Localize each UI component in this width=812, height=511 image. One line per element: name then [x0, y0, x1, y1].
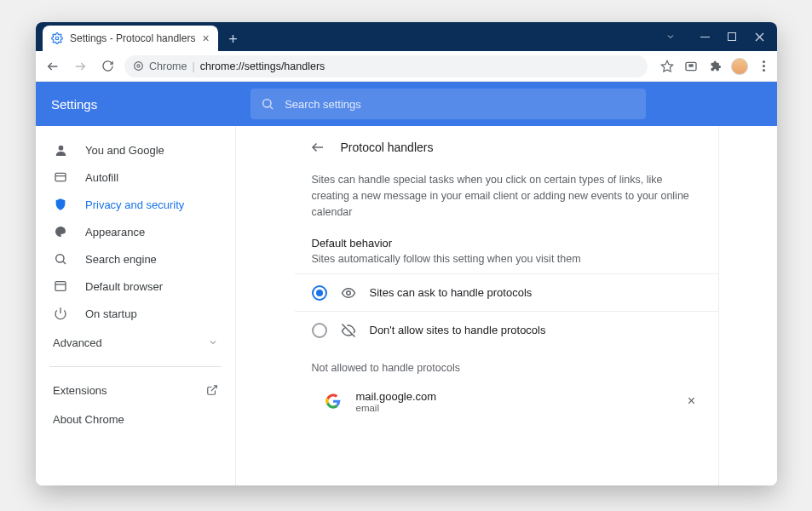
- sidebar-item-label: On startup: [85, 307, 137, 320]
- new-tab-button[interactable]: +: [223, 29, 244, 49]
- search-input[interactable]: Search settings: [251, 89, 646, 119]
- chevron-down-icon[interactable]: [658, 25, 683, 49]
- sidebar-item-label: Autofill: [85, 171, 118, 184]
- content: Protocol handlers Sites can handle speci…: [295, 126, 719, 485]
- sidebar-item-search-engine[interactable]: Search engine: [36, 245, 235, 273]
- site-protocol: email: [356, 403, 669, 413]
- forward-button[interactable]: [70, 56, 90, 77]
- sidebar: You and Google Autofill Privacy and secu…: [36, 126, 235, 485]
- window-controls: [658, 22, 772, 51]
- page-header: Protocol handlers: [295, 126, 718, 169]
- option-allow-handlers[interactable]: Sites can ask to handle protocols: [295, 273, 718, 311]
- svg-rect-19: [55, 282, 66, 291]
- star-icon[interactable]: [659, 59, 675, 74]
- omnibox-scheme: Chrome: [149, 60, 187, 72]
- kebab-menu-icon[interactable]: [757, 59, 770, 74]
- power-icon: [53, 306, 68, 321]
- gear-icon: [51, 32, 63, 44]
- page-title: Protocol handlers: [341, 141, 434, 154]
- external-link-icon: [206, 384, 218, 396]
- svg-point-14: [58, 145, 63, 150]
- divider: [49, 366, 222, 367]
- svg-point-0: [55, 37, 59, 40]
- svg-point-7: [135, 62, 143, 71]
- blocked-site-row: mail.google.com email ×: [295, 381, 718, 422]
- tab-title: Settings - Protocol handlers: [70, 32, 195, 44]
- sidebar-advanced-toggle[interactable]: Advanced: [36, 327, 235, 358]
- remove-site-button[interactable]: ×: [682, 392, 701, 411]
- close-window-button[interactable]: [746, 25, 772, 49]
- svg-point-24: [346, 291, 350, 296]
- titlebar: Settings - Protocol handlers × +: [36, 22, 777, 51]
- page-description: Sites can handle special tasks when you …: [295, 169, 718, 233]
- sidebar-item-autofill[interactable]: Autofill: [36, 164, 235, 191]
- browser-window: Settings - Protocol handlers × +: [36, 22, 777, 485]
- settings-app-title: Settings: [51, 97, 97, 112]
- svg-rect-1: [700, 37, 710, 37]
- browser-icon: [53, 278, 68, 294]
- eye-off-icon: [341, 323, 356, 338]
- search-placeholder: Search settings: [285, 98, 361, 111]
- sidebar-item-on-startup[interactable]: On startup: [36, 300, 235, 327]
- option-label: Don't allow sites to handle protocols: [370, 324, 546, 336]
- sidebar-item-extensions[interactable]: Extensions: [36, 376, 235, 405]
- blocked-heading: Not allowed to handle protocols: [295, 348, 718, 381]
- reload-button[interactable]: [97, 56, 118, 77]
- chevron-down-icon: [208, 337, 218, 347]
- browser-tab[interactable]: Settings - Protocol handlers ×: [43, 26, 218, 51]
- sidebar-item-about-chrome[interactable]: About Chrome: [36, 405, 235, 433]
- eye-icon: [341, 285, 356, 301]
- extensions-label: Extensions: [53, 384, 107, 397]
- advanced-label: Advanced: [53, 336, 102, 349]
- default-behavior-heading: Default behavior: [295, 233, 718, 251]
- svg-point-12: [263, 100, 271, 107]
- svg-line-13: [270, 106, 273, 109]
- page-back-button[interactable]: [308, 138, 327, 157]
- sidebar-item-label: Privacy and security: [85, 198, 184, 211]
- option-label: Sites can ask to handle protocols: [370, 286, 533, 299]
- radio-unchecked[interactable]: [312, 323, 327, 338]
- minimize-button[interactable]: [692, 25, 717, 49]
- close-icon[interactable]: ×: [202, 32, 209, 45]
- search-icon: [53, 251, 68, 267]
- sidebar-item-label: Default browser: [85, 280, 163, 293]
- svg-marker-9: [661, 60, 672, 72]
- palette-icon: [53, 224, 68, 239]
- svg-line-22: [211, 386, 216, 391]
- sidebar-item-privacy-and-security[interactable]: Privacy and security: [36, 191, 235, 218]
- settings-body: You and Google Autofill Privacy and secu…: [36, 126, 777, 485]
- omnibox[interactable]: Chrome | chrome://settings/handlers: [124, 55, 648, 78]
- chrome-icon: [133, 60, 144, 72]
- svg-rect-15: [55, 173, 66, 181]
- site-name: mail.google.com: [356, 390, 669, 403]
- sidebar-item-label: Appearance: [85, 226, 145, 238]
- svg-point-17: [56, 255, 64, 262]
- cast-icon[interactable]: [683, 59, 699, 74]
- address-bar: Chrome | chrome://settings/handlers: [36, 51, 777, 82]
- avatar[interactable]: [731, 58, 748, 75]
- sidebar-item-label: Search engine: [85, 253, 157, 266]
- sidebar-item-label: You and Google: [85, 144, 164, 157]
- svg-point-8: [137, 65, 140, 67]
- sidebar-item-default-browser[interactable]: Default browser: [36, 273, 235, 300]
- svg-rect-11: [688, 64, 693, 66]
- search-icon: [261, 97, 274, 111]
- autofill-icon: [53, 169, 68, 185]
- google-icon: [324, 392, 343, 411]
- maximize-button[interactable]: [719, 25, 745, 49]
- about-label: About Chrome: [53, 413, 124, 426]
- omnibox-url: chrome://settings/handlers: [200, 60, 325, 72]
- radio-checked[interactable]: [312, 285, 327, 301]
- shield-icon: [53, 197, 68, 212]
- sidebar-item-you-and-google[interactable]: You and Google: [36, 136, 235, 164]
- svg-rect-2: [728, 33, 736, 41]
- default-behavior-sub: Sites automatically follow this setting …: [295, 251, 718, 273]
- settings-header: Settings Search settings: [36, 82, 777, 126]
- extensions-icon[interactable]: [707, 59, 723, 74]
- content-wrap: Protocol handlers Sites can handle speci…: [235, 126, 777, 485]
- svg-line-18: [63, 261, 66, 264]
- option-block-handlers[interactable]: Don't allow sites to handle protocols: [295, 311, 718, 348]
- sidebar-item-appearance[interactable]: Appearance: [36, 218, 235, 245]
- person-icon: [53, 142, 68, 158]
- back-button[interactable]: [43, 56, 63, 77]
